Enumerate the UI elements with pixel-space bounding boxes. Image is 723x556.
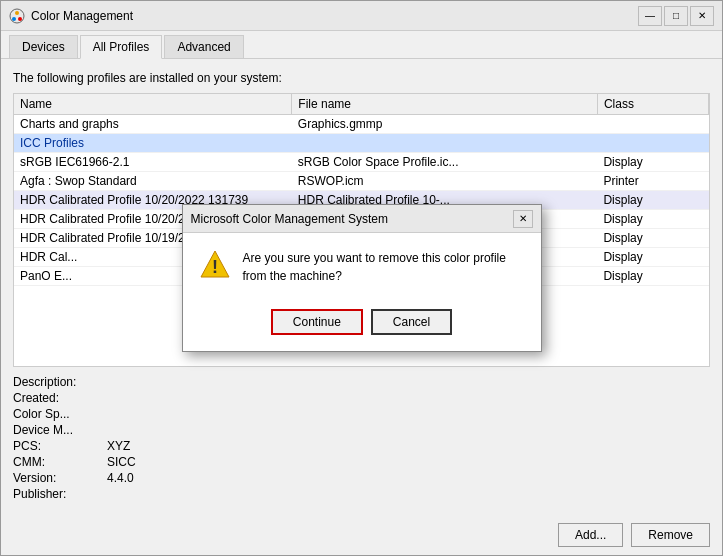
svg-text:!: ! <box>212 257 218 277</box>
dialog-overlay: Microsoft Color Management System ✕ ! Ar… <box>0 0 723 556</box>
dialog-message: Are you sure you want to remove this col… <box>243 249 506 285</box>
dialog-buttons: Continue Cancel <box>183 301 541 351</box>
dialog-message-line1: Are you sure you want to remove this col… <box>243 251 506 265</box>
continue-button[interactable]: Continue <box>271 309 363 335</box>
dialog-message-line2: from the machine? <box>243 269 342 283</box>
dialog-title: Microsoft Color Management System <box>191 212 388 226</box>
cancel-button[interactable]: Cancel <box>371 309 452 335</box>
dialog-close-button[interactable]: ✕ <box>513 210 533 228</box>
warning-icon: ! <box>199 249 231 281</box>
confirmation-dialog: Microsoft Color Management System ✕ ! Ar… <box>182 204 542 352</box>
dialog-body: ! Are you sure you want to remove this c… <box>183 233 541 301</box>
dialog-title-bar: Microsoft Color Management System ✕ <box>183 205 541 233</box>
